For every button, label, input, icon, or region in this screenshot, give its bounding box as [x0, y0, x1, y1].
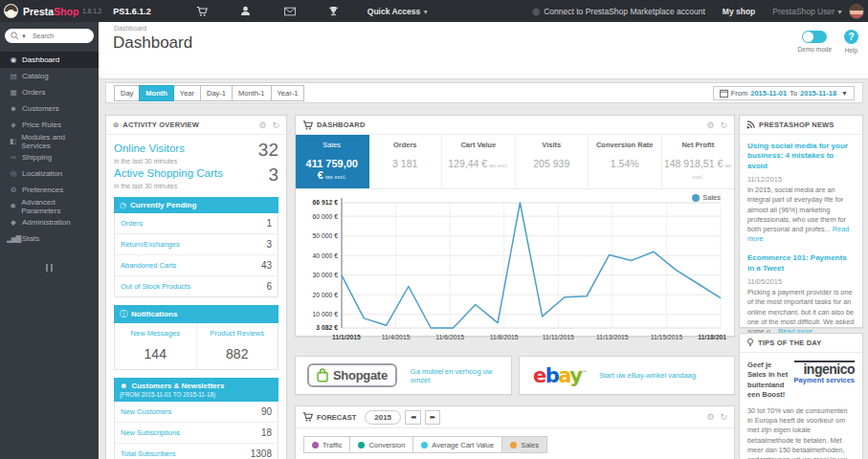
- shopgate-ad[interactable]: Shopgate Ga mobiel en verhoog uw omzet: [295, 356, 512, 395]
- pending-row: Out of Stock Products6: [115, 276, 278, 296]
- kpi-tabs: Sales411 759,00 €tax excl. Orders3 181 C…: [296, 135, 734, 189]
- legend-button-average-cart-value[interactable]: Average Cart Value: [412, 436, 502, 453]
- product-reviews-cell[interactable]: Product Reviews882: [197, 323, 278, 369]
- sidebar-item-orders[interactable]: ▦Orders: [0, 84, 99, 100]
- sidebar-item-catalog[interactable]: ▤Catalog: [0, 68, 99, 84]
- gear-icon[interactable]: ⚙: [706, 120, 714, 130]
- online-visitors-link[interactable]: Online Visitors: [114, 142, 185, 154]
- chart-legend[interactable]: Sales: [692, 193, 721, 202]
- kpi-tab-conversion-rate[interactable]: Conversion Rate1.54%: [589, 135, 662, 188]
- news-article: Using social media for your business: 4 …: [747, 142, 855, 244]
- new-subscriptions-link[interactable]: New Subscriptions: [121, 428, 180, 437]
- pending-row: Return/Exchanges3: [115, 234, 278, 255]
- returns-link[interactable]: Return/Exchanges: [121, 240, 180, 249]
- legend-button-conversion[interactable]: Conversion: [349, 436, 413, 453]
- trophy-icon[interactable]: [312, 6, 356, 16]
- date-button-day[interactable]: Day: [114, 85, 140, 101]
- total-subscribers-link[interactable]: Total Subscribers: [121, 449, 176, 458]
- refresh-icon[interactable]: ↻: [720, 412, 727, 422]
- kpi-tab-cart-value[interactable]: Cart Value129,44 €tax excl.: [442, 135, 516, 188]
- kpi-tab-sales[interactable]: Sales411 759,00 €tax excl.: [296, 135, 369, 188]
- date-button-month[interactable]: Month: [139, 85, 174, 101]
- sidebar-item-administration[interactable]: ◆Administration: [0, 214, 99, 230]
- kpi-tab-visits[interactable]: Visits205 939: [516, 135, 590, 188]
- date-button-month-1[interactable]: Month-1: [232, 85, 272, 101]
- svg-text:10 000 €: 10 000 €: [313, 311, 339, 317]
- gear-icon[interactable]: ⚙: [258, 120, 266, 130]
- breadcrumb: Dashboard: [114, 25, 146, 32]
- my-shop-link[interactable]: My shop: [723, 7, 755, 16]
- sidebar-item-advanced-parameters[interactable]: ✱Advanced Parameters: [0, 198, 99, 214]
- prestashop-mascot-icon: [4, 4, 18, 18]
- advanced-parameters-icon: ✱: [7, 202, 18, 210]
- svg-text:40 000 €: 40 000 €: [313, 252, 339, 259]
- shopgate-link[interactable]: Ga mobiel en verhoog uw omzet: [411, 367, 511, 384]
- legend-button-traffic[interactable]: Traffic: [303, 436, 350, 453]
- forecast-year[interactable]: 2015: [365, 410, 401, 425]
- person-icon: ☻: [120, 382, 127, 390]
- orders-link[interactable]: Orders: [121, 219, 143, 228]
- header-tools: Demo mode ? Help: [798, 29, 858, 54]
- help-icon: ?: [844, 30, 858, 44]
- customer-icon[interactable]: [224, 6, 268, 16]
- date-button-day-1[interactable]: Day-1: [200, 85, 233, 101]
- prestashop-logo[interactable]: PrestaShop 1.6.1.2 PS1.6.1.2: [4, 4, 151, 18]
- avatar[interactable]: [849, 4, 864, 19]
- shipping-icon: ⇨: [7, 153, 19, 162]
- sidebar: ▼ ◉Dashboard ▤Catalog ▦Orders ☻Customers…: [0, 22, 99, 459]
- forecast-prev-button[interactable]: ◂◂: [405, 410, 421, 425]
- new-customers-link[interactable]: New Customers: [121, 407, 171, 416]
- sidebar-item-localization[interactable]: ◎Localization: [0, 165, 99, 182]
- news-article-title[interactable]: Using social media for your business: 4 …: [747, 142, 855, 171]
- marketplace-link[interactable]: ◎Connect to PrestaShop Marketplace accou…: [532, 7, 705, 16]
- top-bar: PrestaShop 1.6.1.2 PS1.6.1.2 Quick Acces…: [0, 0, 868, 22]
- sidebar-item-stats[interactable]: ▂▅▇Stats: [0, 230, 99, 247]
- search-input[interactable]: [31, 32, 82, 40]
- date-button-year[interactable]: Year: [173, 85, 201, 101]
- quick-access-menu[interactable]: Quick Access▼: [367, 7, 429, 16]
- sidebar-item-dashboard[interactable]: ◉Dashboard: [0, 52, 99, 68]
- date-button-year-1[interactable]: Year-1: [271, 85, 305, 101]
- customers-row: New Customers90: [115, 402, 278, 423]
- user-menu[interactable]: PrestaShop User▼: [772, 7, 843, 16]
- topbar-icons: [180, 6, 356, 17]
- messages-icon[interactable]: [268, 6, 312, 16]
- demo-mode-toggle[interactable]: Demo mode: [798, 29, 832, 54]
- customers-row: New Subscriptions18: [115, 423, 278, 444]
- sidebar-collapse-button[interactable]: [0, 258, 99, 275]
- tips-of-the-day-panel: TIPS OF THE DAY ingenico Payment service…: [739, 333, 863, 459]
- active-carts-link[interactable]: Active Shopping Carts: [114, 167, 223, 179]
- sidebar-item-modules[interactable]: ◧Modules and Services: [0, 133, 99, 149]
- sidebar-item-preferences[interactable]: ⚙Preferences: [0, 182, 99, 198]
- refresh-icon[interactable]: ↻: [720, 120, 727, 130]
- kpi-tab-orders[interactable]: Orders3 181: [369, 135, 443, 188]
- abandoned-carts-link[interactable]: Abandoned Carts: [121, 261, 176, 270]
- new-messages-cell[interactable]: New Messages144: [115, 323, 197, 369]
- sidebar-search[interactable]: ▼: [5, 29, 94, 43]
- out-of-stock-link[interactable]: Out of Stock Products: [121, 282, 190, 291]
- refresh-icon[interactable]: ↻: [272, 120, 279, 130]
- prestashop-news-panel: PRESTASHOP NEWS Using social media for y…: [739, 115, 863, 328]
- cart-icon: [302, 412, 313, 422]
- cart-icon[interactable]: [180, 6, 224, 17]
- ebay-ad[interactable]: ebay™ Start uw eBay-winkel vandaag: [519, 356, 735, 395]
- news-article-title[interactable]: Ecommerce 101: Payments in a Tweet: [747, 253, 855, 273]
- kpi-tab-net-profit[interactable]: Net Profit148 918,51 €tax excl.: [662, 135, 735, 188]
- lightbulb-icon: [746, 338, 754, 348]
- sidebar-item-price-rules[interactable]: ◈Price Rules: [0, 117, 99, 133]
- tips-panel-title: TIPS OF THE DAY: [758, 339, 856, 347]
- brand-presta: Presta: [23, 6, 54, 17]
- legend-button-sales[interactable]: Sales: [501, 436, 547, 453]
- clock-icon: ◷: [120, 201, 126, 209]
- forecast-next-button[interactable]: ▸▸: [425, 410, 441, 425]
- sidebar-item-shipping[interactable]: ⇨Shipping: [0, 149, 99, 165]
- sidebar-item-customers[interactable]: ☻Customers: [0, 100, 99, 117]
- toggle-icon[interactable]: [802, 31, 827, 43]
- gear-icon[interactable]: ⚙: [706, 412, 714, 422]
- ebay-link[interactable]: Start uw eBay-winkel vandaag: [599, 371, 696, 380]
- info-icon: ⓘ: [120, 310, 127, 318]
- date-range-picker[interactable]: From2015-11-01 To2015-11-18 ▼: [713, 86, 855, 100]
- search-scope-caret-icon[interactable]: ▼: [21, 33, 27, 39]
- svg-text:11/6/2015: 11/6/2015: [435, 334, 464, 340]
- help-button[interactable]: ? Help: [844, 29, 858, 54]
